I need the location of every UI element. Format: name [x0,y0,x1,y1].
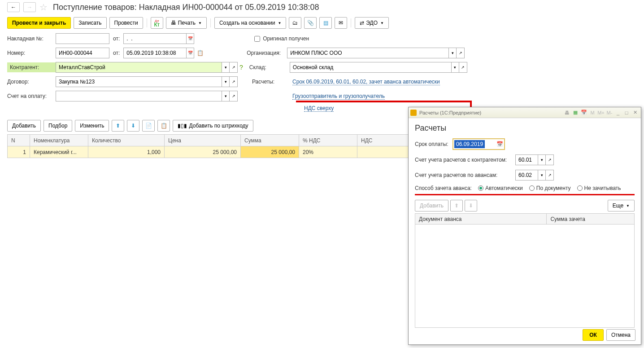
help-icon[interactable]: ? [239,64,243,71]
report-icon[interactable]: ▤ [319,17,332,29]
mminus-button[interactable]: M- [605,109,614,117]
grid-icon[interactable]: ▦ [571,109,579,117]
move-down-icon[interactable]: ⬇ [127,120,139,132]
attach-icon[interactable]: 📎 [304,17,317,29]
print-button[interactable]: 🖶Печать▼ [166,17,207,29]
radio-none[interactable]: Не зачитывать [577,185,621,191]
number-input[interactable] [56,48,109,58]
calendar-icon[interactable]: 📅 [186,33,194,44]
settlements-link[interactable]: Срок 06.09.2019, 60.01, 60.02, зачет ава… [292,79,440,85]
invoice-no-input[interactable] [56,33,109,44]
open-icon[interactable]: ↗ [230,76,238,87]
dropdown-icon[interactable]: ▾ [222,76,230,87]
more-button[interactable]: Еще▼ [608,200,635,211]
structure-icon[interactable]: 🗂 [289,17,301,29]
envelope-icon[interactable]: ✉ [335,17,347,29]
forward-button[interactable]: → [23,2,36,12]
col-vat-pct[interactable]: % НДС [299,135,357,146]
dropdown-icon[interactable]: ▾ [448,48,457,58]
open-icon[interactable]: ↗ [546,154,554,165]
acct-counterparty-label: Счет учета расчетов с контрагентом: [415,157,515,163]
col-doc[interactable]: Документ аванса [415,214,547,225]
minimize-icon[interactable]: _ [614,109,622,117]
back-button[interactable]: ← [7,2,20,12]
acct-advance-label: Счет учета расчетов по авансам: [415,172,515,178]
contract-label: Договор: [7,79,56,85]
post-and-close-button[interactable]: Провести и закрыть [7,17,71,29]
open-icon[interactable]: ↗ [457,48,465,58]
col-qty[interactable]: Количество [88,135,165,146]
col-sum[interactable]: Сумма [241,135,299,146]
m-button[interactable]: M [588,109,596,117]
close-icon[interactable]: ✕ [631,109,639,117]
move-up-icon[interactable]: ⬆ [112,120,124,132]
datetime-input[interactable] [123,48,186,58]
open-icon[interactable]: ↗ [546,170,554,181]
ok-button[interactable]: ОК [583,329,604,341]
move-down-icon[interactable]: ⬇ [465,200,477,211]
advance-table-body[interactable] [415,225,635,328]
dropdown-icon[interactable]: ▾ [538,154,546,165]
acct-counterparty-input[interactable] [515,154,538,165]
dropdown-icon[interactable]: ▾ [222,62,230,73]
vat-link[interactable]: НДС сверху [304,105,334,112]
print-icon[interactable]: 🖶 [563,109,571,117]
payment-account-label: Счет на оплату: [7,93,56,99]
popup-add-button[interactable]: Добавить [415,200,448,211]
pick-button[interactable]: Подбор [44,120,72,132]
counterparty-input[interactable] [56,62,222,73]
save-button[interactable]: Записать [74,17,106,29]
calendar-small-icon[interactable]: 📅 [580,109,588,117]
reglament-icon[interactable]: 📋 [197,50,204,56]
cancel-button[interactable]: Отмена [606,329,635,341]
counterparty-label: Контрагент: [7,62,56,72]
org-input[interactable] [287,48,448,58]
create-based-button[interactable]: Создать на основании▼ [214,17,286,29]
advance-method-label: Способ зачета аванса: [415,185,472,191]
move-up-icon[interactable]: ⬆ [450,200,463,211]
payment-account-input[interactable] [56,91,222,101]
acct-advance-input[interactable] [515,170,538,181]
open-icon[interactable]: ↗ [459,62,467,73]
col-price[interactable]: Цена [165,135,241,146]
due-date-label: Срок оплаты: [415,141,453,147]
app-icon [410,110,417,116]
mplus-button[interactable]: M+ [597,109,605,117]
shipper-link[interactable]: Грузоотправитель и грузополучатель [292,93,385,100]
settlements-popup: Расчеты (1С:Предприятие) 🖶 ▦ 📅 M M+ M- _… [408,107,641,345]
add-row-button[interactable]: Добавить [7,120,41,132]
dropdown-icon[interactable]: ▾ [451,62,459,73]
col-sum-offset[interactable]: Сумма зачета [547,214,635,225]
dtkt-icon[interactable]: АтКт [151,17,163,29]
popup-title: Расчеты [415,123,635,133]
original-received-checkbox[interactable] [254,36,260,42]
favorite-star-icon[interactable]: ☆ [39,2,48,13]
copy-icon[interactable]: 📄 [142,120,155,132]
open-icon[interactable]: ↗ [230,91,238,101]
edit-button[interactable]: Изменить [75,120,109,132]
radio-bydoc[interactable]: По документу [529,185,571,191]
invoice-date-input[interactable] [123,33,186,44]
edo-icon: ⇄ [360,20,364,26]
dropdown-icon[interactable]: ▾ [222,91,230,101]
due-date-input[interactable]: 06.09.2019 [454,140,485,148]
paste-icon[interactable]: 📋 [157,120,170,132]
open-icon[interactable]: ↗ [230,62,238,73]
popup-window-title: Расчеты (1С:Предприятие) [419,110,562,115]
barcode-icon: ▮▯▮ [178,123,187,129]
advance-table: Документ аванса Сумма зачета [415,213,635,225]
col-n[interactable]: N [8,135,30,146]
calendar-icon[interactable]: 📅 [496,141,503,147]
radio-auto[interactable]: Автоматически [478,185,523,191]
warehouse-input[interactable] [290,62,451,73]
barcode-button[interactable]: ▮▯▮Добавить по штрихкоду [173,120,253,132]
post-button[interactable]: Провести [109,17,143,29]
maximize-icon[interactable]: □ [622,109,631,117]
calendar-icon[interactable]: 📅 [186,48,194,58]
contract-input[interactable] [56,76,222,87]
warehouse-label: Склад: [249,64,290,70]
dropdown-icon[interactable]: ▾ [538,170,546,181]
edo-button[interactable]: ⇄ЭДО▼ [355,17,389,29]
printer-icon: 🖶 [171,20,176,26]
col-nomenclature[interactable]: Номенклатура [30,135,88,146]
